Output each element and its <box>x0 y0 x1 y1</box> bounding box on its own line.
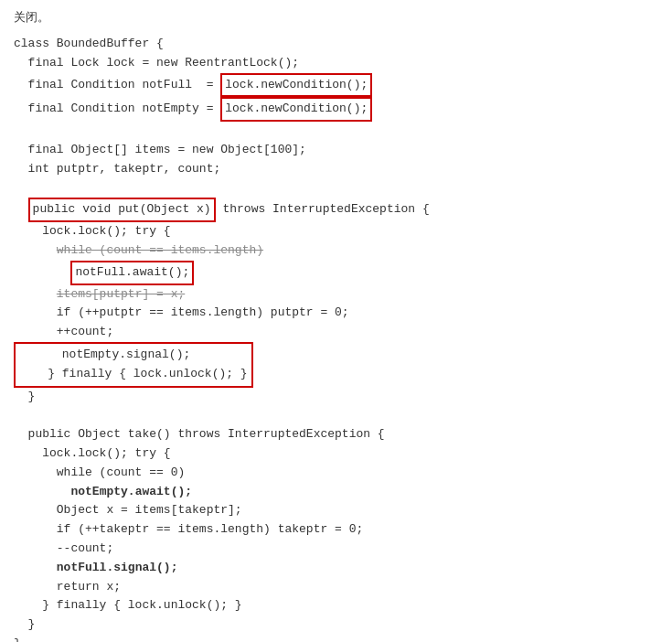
strikethrough-items-put: items[putptr] = x; <box>57 287 185 301</box>
line-notFull-await: notFull.await(); <box>14 261 658 285</box>
line-take-end: } <box>14 615 658 635</box>
line-notEmpty-await: notEmpty.await(); <box>14 483 658 502</box>
line-take-sig: public Object take() throws InterruptedE… <box>14 425 658 444</box>
highlight-notEmpty: lock.newCondition(); <box>220 97 372 122</box>
line-items-put: items[putptr] = x; <box>14 285 658 305</box>
line-while-take: while (count == 0) <box>14 464 658 483</box>
line-put-end: } <box>14 388 658 407</box>
code-block: class BoundedBuffer { final Lock lock = … <box>14 35 658 642</box>
line-if-put: if (++putptr == items.length) putptr = 0… <box>14 304 658 323</box>
line-count-inc: ++count; <box>14 323 658 342</box>
line-return-x: return x; <box>14 578 658 597</box>
highlight-notFull-await: notFull.await(); <box>70 261 194 285</box>
strikethrough-while: while (count == items.length) <box>57 243 263 257</box>
line-while-put: while (count == items.length) <box>14 241 658 261</box>
line-if-take: if (++takeptr == items.length) takeptr =… <box>14 520 658 540</box>
line-finally-take: } finally { lock.unlock(); } <box>14 596 658 615</box>
line-lock-try2: lock.lock(); try { <box>14 444 658 464</box>
line-notEmpty-signal: notEmpty.signal(); <box>19 346 248 365</box>
line-finally-put: } finally { lock.unlock(); } <box>19 365 248 384</box>
notEmpty-await-bold: notEmpty.await(); <box>70 485 192 498</box>
highlight-put-sig: public void put(Object x) <box>28 198 216 222</box>
line-lock-try: lock.lock(); try { <box>14 222 658 241</box>
line-blank3 <box>14 406 658 425</box>
line-ptrs: int putptr, takeptr, count; <box>14 160 658 179</box>
line-count-dec: --count; <box>14 540 658 559</box>
intro-text: 关闭。 <box>14 9 658 26</box>
line-class-end: } <box>14 635 658 642</box>
line-put-sig: public void put(Object x) throws Interru… <box>14 198 658 222</box>
highlight-signal-finally: notEmpty.signal(); } finally { lock.unlo… <box>14 342 253 388</box>
highlight-notFull: lock.newCondition(); <box>220 73 372 98</box>
line-lock: final Lock lock = new ReentrantLock(); <box>14 54 658 73</box>
line-notFull: final Condition notFull = lock.newCondit… <box>14 73 658 98</box>
notFull-signal-bold: notFull.signal(); <box>57 561 178 574</box>
line-blank1 <box>14 122 658 141</box>
line-notFull-signal: notFull.signal(); <box>14 559 658 578</box>
line-blank2 <box>14 179 658 198</box>
line-obj-x: Object x = items[takeptr]; <box>14 501 658 520</box>
line-items: final Object[] items = new Object[100]; <box>14 141 658 160</box>
line-class-start: class BoundedBuffer { <box>14 35 658 54</box>
line-notEmpty: final Condition notEmpty = lock.newCondi… <box>14 97 658 122</box>
